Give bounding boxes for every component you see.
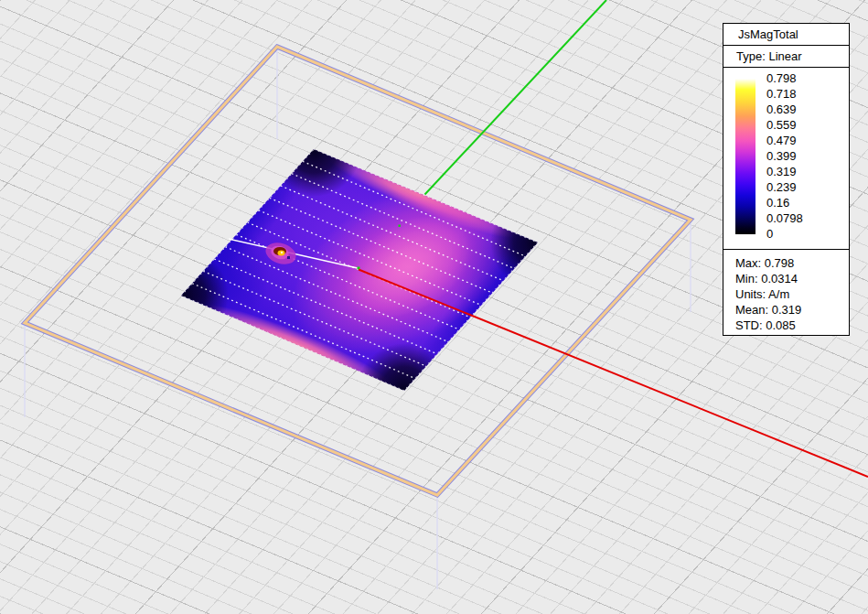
scale-label: 0.639 (766, 103, 803, 116)
field-plot-legend: JsMagTotal Type: Linear 0.798 0.718 0.63… (723, 23, 850, 336)
scale-label: 0.798 (766, 72, 803, 85)
patch-current-density-plot (134, 87, 611, 444)
legend-color-scale: 0.798 0.718 0.639 0.559 0.479 0.399 0.31… (723, 67, 850, 250)
scale-label: 0.559 (766, 119, 803, 132)
legend-quantity-title: JsMagTotal (723, 23, 850, 46)
y-axis (425, 0, 607, 195)
scale-label: 0.0798 (766, 212, 803, 225)
3d-modeler-viewport[interactable]: JsMagTotal Type: Linear 0.798 0.718 0.63… (0, 0, 868, 614)
legend-scale-type: Type: Linear (723, 45, 850, 68)
scale-label: 0 (766, 228, 803, 241)
stat-mean: Mean: 0.319 (735, 302, 849, 318)
scale-label: 0.319 (766, 166, 803, 178)
scale-label: 0.479 (766, 135, 803, 147)
legend-statistics: Max: 0.798 Min: 0.0314 Units: A/m Mean: … (723, 249, 850, 336)
stat-max: Max: 0.798 (735, 255, 849, 271)
stat-min: Min: 0.0314 (735, 271, 849, 286)
stat-units: Units: A/m (735, 286, 849, 302)
scale-label: 0.239 (766, 181, 803, 194)
stat-std: STD: 0.085 (735, 318, 849, 333)
colorbar-labels: 0.798 0.718 0.639 0.559 0.479 0.399 0.31… (766, 72, 803, 241)
scale-label: 0.399 (766, 150, 803, 163)
scale-label: 0.16 (766, 197, 803, 210)
scale-label: 0.718 (766, 88, 803, 101)
colorbar (735, 79, 755, 234)
